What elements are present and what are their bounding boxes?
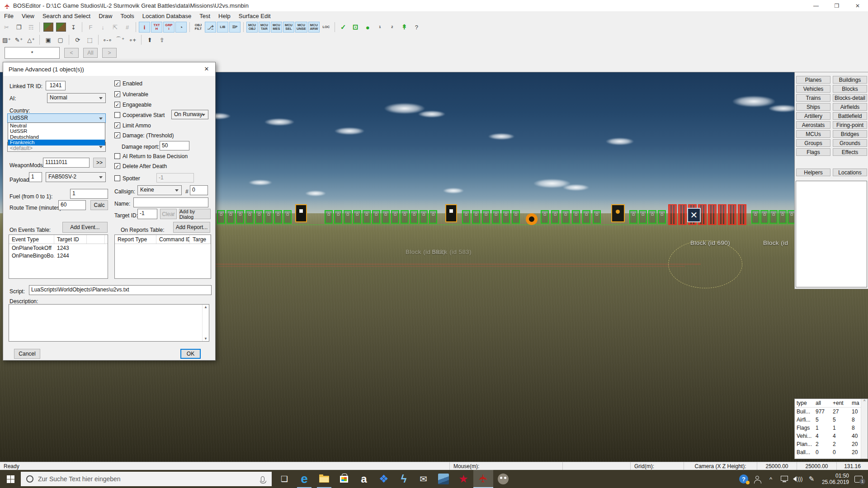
reports-table[interactable]: Report TypeCommand IDTarge (114, 235, 211, 279)
microphone-icon[interactable] (261, 476, 264, 482)
calc-button[interactable]: Calc (90, 200, 108, 210)
spotter-field[interactable]: -1 (156, 173, 194, 183)
block-green[interactable]: ⌂ (593, 210, 601, 224)
target-id-field[interactable]: -1 (137, 209, 157, 219)
add-by-dialog-button[interactable]: Add by Dialog (179, 209, 211, 219)
block-green[interactable]: ⌂ (629, 210, 637, 224)
taskbar-search[interactable]: Zur Suche Text hier eingeben (21, 472, 272, 486)
block-green[interactable]: ⌂ (334, 210, 342, 224)
people-tray-icon[interactable] (750, 470, 764, 488)
fuel-field[interactable]: 1 (70, 189, 108, 199)
category-ships[interactable]: Ships (796, 103, 830, 111)
help-tray-icon[interactable]: ? (737, 470, 750, 488)
mcu-arw-toggle[interactable]: MCU ARW (308, 22, 320, 33)
name-field[interactable] (133, 197, 208, 207)
callsign-dropdown[interactable]: Keine (137, 185, 182, 195)
object-listbox[interactable] (796, 181, 867, 287)
category-mcus[interactable]: MCUs (796, 130, 830, 138)
ai-dropdown[interactable]: Normal (47, 93, 106, 103)
category-grounds[interactable]: Grounds (833, 139, 867, 147)
green-dot-icon[interactable]: ● (362, 22, 373, 33)
block-green[interactable]: ⌂ (420, 210, 428, 224)
minimize-button[interactable]: — (806, 0, 826, 11)
country-option-neutral[interactable]: Neutral (8, 123, 105, 128)
country-option-frankreich[interactable]: Frankreich (8, 140, 105, 145)
block-green[interactable]: ⌂ (502, 210, 510, 224)
boseditor-icon[interactable]: ✈ (473, 470, 493, 488)
block-green[interactable]: ⌂ (462, 210, 470, 224)
menu-draw[interactable]: Draw (94, 12, 116, 20)
arc-node-icon[interactable]: ⌒⁺ (114, 34, 126, 45)
amazon-icon[interactable]: a (354, 470, 374, 488)
block-green[interactable]: ⌂ (582, 210, 590, 224)
mail-icon[interactable]: ✉ (414, 470, 434, 488)
ai-return-checkbox[interactable] (114, 153, 120, 159)
counts-scrollbar[interactable]: ^ (861, 399, 868, 459)
category-blocks[interactable]: Blocks (833, 85, 867, 93)
photoshop-icon[interactable] (434, 470, 453, 488)
arrow-up-filled-icon[interactable]: ⬆ (144, 34, 156, 45)
damage-report-field[interactable]: 50 (160, 141, 189, 150)
add-network-icon[interactable]: △⁺ (25, 34, 37, 45)
help-icon[interactable]: ? (411, 22, 422, 33)
category-artillery[interactable]: Artillery (796, 112, 830, 120)
damage-threshold-checkbox[interactable]: ✓ (114, 132, 120, 138)
filter-star-button[interactable]: * (5, 47, 60, 59)
category-battlefield[interactable]: Battlefield (833, 112, 867, 120)
maximize-button[interactable]: ❐ (826, 0, 847, 11)
next-button[interactable]: > (102, 48, 117, 58)
map-texture-icon[interactable] (43, 23, 53, 32)
add-polyline-icon[interactable]: ✎⁺ (13, 34, 24, 45)
country-option-deutschland[interactable]: Deutschland (8, 134, 105, 140)
rotate-icon[interactable]: ⟳ (72, 34, 83, 45)
dialog-titlebar[interactable]: Plane Advanced (1 object(s)) ✕ (3, 62, 215, 76)
block-green[interactable]: ⌂ (372, 210, 380, 224)
add-event-button[interactable]: Add Event... (62, 222, 108, 233)
all-button[interactable]: All (83, 48, 98, 58)
volume-icon[interactable]: ))) (791, 470, 805, 488)
spotter-checkbox[interactable] (114, 175, 120, 181)
image-outline-icon[interactable]: ▢ (55, 34, 66, 45)
copy-icon[interactable]: ❐ (13, 22, 24, 33)
map-grid-icon[interactable] (56, 23, 66, 32)
block-selected[interactable]: ✕ (687, 208, 701, 222)
category-trains[interactable]: Trains (796, 94, 830, 102)
drop-to-ground-icon[interactable]: ↓ (97, 22, 108, 33)
events-table[interactable]: Event TypeTarget ID OnPlaneTookOff1243On… (9, 235, 108, 279)
prev-button[interactable]: < (64, 48, 79, 58)
category-vehicles[interactable]: Vehicles (796, 85, 830, 93)
mcu-obj-toggle[interactable]: MCU OBJ (246, 22, 258, 33)
events-table-row[interactable]: OnPlaneTookOff1243 (9, 244, 108, 252)
script-field[interactable]: LuaScripts\WorldObjects\Planes\u2vs.txt (29, 285, 212, 295)
grid-icon[interactable]: # (122, 22, 133, 33)
category-groups[interactable]: Groups (796, 139, 830, 147)
block-green[interactable]: ⌂ (512, 210, 520, 224)
block-red[interactable] (718, 204, 726, 225)
menu-location-database[interactable]: Location Database (138, 12, 195, 20)
route-1-icon[interactable]: 1 (374, 22, 386, 33)
dialog-close-icon[interactable]: ✕ (200, 63, 213, 74)
category-flags[interactable]: Flags (796, 148, 830, 156)
mcu-unse-toggle[interactable]: MCU UNSE (295, 22, 307, 33)
weaponmods-expand-button[interactable]: >> (93, 158, 106, 168)
block-green[interactable]: ⌂ (429, 210, 437, 224)
block-green[interactable]: ⌂ (283, 210, 292, 224)
menu-tools[interactable]: Tools (116, 12, 138, 20)
import-icon[interactable]: ↧ (68, 22, 79, 33)
check-box-icon[interactable]: ⊡ (350, 22, 361, 33)
block-donut[interactable] (526, 213, 538, 225)
select-z-icon[interactable]: ⇱ (109, 22, 121, 33)
edge-icon[interactable]: e (294, 470, 314, 488)
task-view-icon[interactable]: ❏ (274, 470, 294, 488)
object-filter-button[interactable]: OBJ FILT (193, 22, 204, 33)
engageable-checkbox[interactable]: ✓ (114, 102, 120, 108)
block-green[interactable]: ⌂ (639, 210, 647, 224)
category-firing-point[interactable]: Firing-point (833, 121, 867, 129)
block-green[interactable]: ⌂ (325, 210, 333, 224)
pen-icon[interactable]: ✎ (805, 470, 818, 488)
block-red[interactable] (668, 204, 677, 225)
block-green[interactable]: ⌂ (760, 210, 769, 224)
category-blocks-detail[interactable]: Blocks-detail (833, 94, 867, 102)
cooperative-start-checkbox[interactable] (114, 112, 120, 118)
font-icon[interactable]: F (85, 22, 96, 33)
